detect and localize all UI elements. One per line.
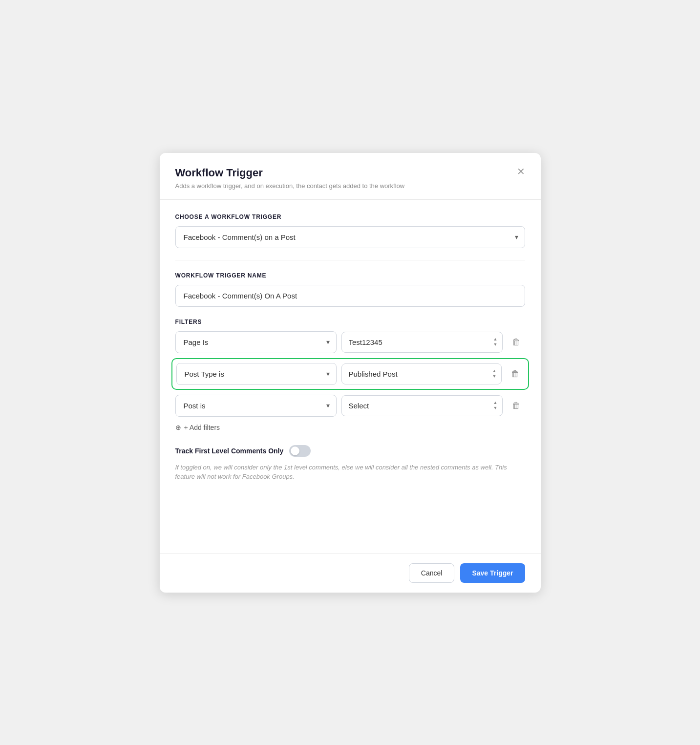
modal-header: Workflow Trigger Adds a workflow trigger… bbox=[160, 153, 541, 200]
cancel-button[interactable]: Cancel bbox=[409, 563, 455, 583]
trigger-select[interactable]: Facebook - Comment(s) on a Post bbox=[175, 226, 525, 248]
filter-row-highlighted: Post Type is ▾ ▲ ▼ bbox=[171, 358, 529, 390]
add-filters-label: + Add filters bbox=[184, 424, 220, 431]
delete-filter-button-2[interactable]: 🗑 bbox=[507, 365, 524, 383]
modal-body: CHOOSE A WORKFLOW TRIGGER Facebook - Com… bbox=[160, 200, 541, 553]
toggle-button[interactable] bbox=[289, 445, 311, 457]
save-trigger-button[interactable]: Save Trigger bbox=[460, 563, 525, 583]
filter-type-select-2[interactable]: Post Type is bbox=[176, 363, 337, 385]
trash-icon-1: 🗑 bbox=[512, 337, 521, 347]
filter-value-select-2: ▲ ▼ bbox=[341, 363, 502, 384]
add-filters-button[interactable]: ⊕ + Add filters bbox=[175, 422, 220, 433]
filter-row-2: Post Type is ▾ ▲ ▼ bbox=[176, 363, 524, 385]
filter-left-2: Post Type is ▾ bbox=[176, 363, 337, 385]
trigger-name-input[interactable] bbox=[175, 285, 525, 307]
filter-row-3: Post is ▾ ▲ ▼ 🗑 bbox=[175, 395, 525, 417]
trigger-name-label: WORKFLOW TRIGGER NAME bbox=[175, 272, 525, 279]
add-icon: ⊕ bbox=[175, 424, 181, 431]
trash-icon-2: 🗑 bbox=[511, 369, 520, 379]
close-button[interactable]: ✕ bbox=[515, 165, 527, 178]
modal-footer: Cancel Save Trigger bbox=[160, 553, 541, 593]
toggle-description: If toggled on, we will consider only the… bbox=[175, 463, 525, 482]
filter-value-input-2[interactable] bbox=[341, 363, 502, 384]
close-icon: ✕ bbox=[517, 166, 525, 177]
filter-type-select-3[interactable]: Post is bbox=[175, 395, 337, 417]
filter-left-3: Post is ▾ bbox=[175, 395, 337, 417]
trigger-name-section: WORKFLOW TRIGGER NAME bbox=[175, 272, 525, 307]
filter-value-select-3: ▲ ▼ bbox=[341, 395, 503, 416]
modal-title: Workflow Trigger bbox=[175, 167, 525, 179]
filter-right-3: ▲ ▼ bbox=[341, 395, 503, 416]
filter-left-1: Page Is ▾ bbox=[175, 331, 337, 353]
filter-right-2: ▲ ▼ bbox=[341, 363, 502, 384]
workflow-trigger-modal: Workflow Trigger Adds a workflow trigger… bbox=[160, 153, 541, 593]
divider-1 bbox=[175, 260, 525, 260]
filter-right-1: ▲ ▼ bbox=[341, 332, 503, 353]
filters-section: FILTERS Page Is ▾ ▲ bbox=[175, 319, 525, 417]
filters-label: FILTERS bbox=[175, 319, 525, 325]
filter-type-select-1[interactable]: Page Is bbox=[175, 331, 337, 353]
trigger-select-wrapper: Facebook - Comment(s) on a Post ▾ bbox=[175, 226, 525, 248]
filter-value-select-1: ▲ ▼ bbox=[341, 332, 503, 353]
modal-subtitle: Adds a workflow trigger, and on executio… bbox=[175, 182, 525, 190]
trigger-select-section: CHOOSE A WORKFLOW TRIGGER Facebook - Com… bbox=[175, 213, 525, 248]
trash-icon-3: 🗑 bbox=[512, 401, 521, 411]
delete-filter-button-3[interactable]: 🗑 bbox=[508, 397, 525, 414]
filter-type-select-wrapper-1: Page Is ▾ bbox=[175, 331, 337, 353]
filter-type-select-wrapper-3: Post is ▾ bbox=[175, 395, 337, 417]
filter-row-1: Page Is ▾ ▲ ▼ 🗑 bbox=[175, 331, 525, 353]
trigger-section-label: CHOOSE A WORKFLOW TRIGGER bbox=[175, 213, 525, 220]
filter-value-input-3[interactable] bbox=[341, 395, 503, 416]
toggle-label: Track First Level Comments Only bbox=[175, 447, 284, 455]
filter-value-input-1[interactable] bbox=[341, 332, 503, 353]
toggle-section: Track First Level Comments Only bbox=[175, 445, 525, 457]
filter-type-select-wrapper-2: Post Type is ▾ bbox=[176, 363, 337, 385]
delete-filter-button-1[interactable]: 🗑 bbox=[508, 333, 525, 351]
